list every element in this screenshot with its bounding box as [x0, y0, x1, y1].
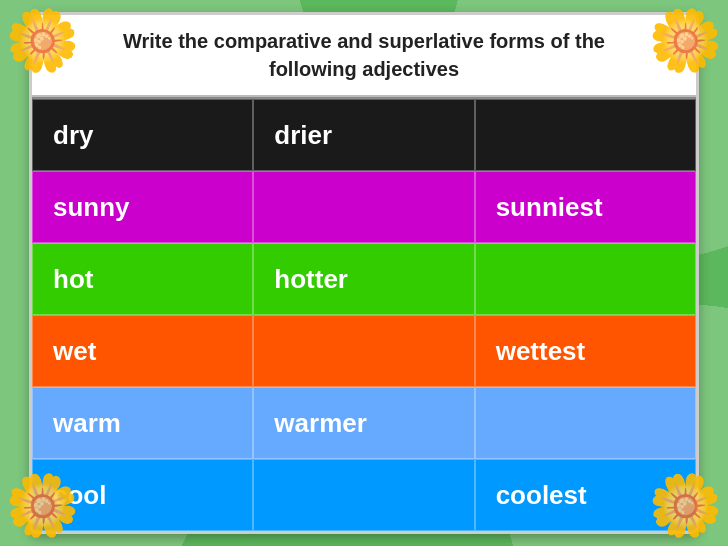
- row-wet-adjective: wet: [32, 315, 253, 387]
- title-text: Write the comparative and superlative fo…: [52, 27, 676, 83]
- row-wet-superlative: wettest: [475, 315, 696, 387]
- flower-decoration-tr: 🌼: [648, 5, 723, 76]
- row-wet-comparative: [253, 315, 474, 387]
- flower-decoration-bl: 🌼: [5, 470, 80, 541]
- row-cool-comparative: [253, 459, 474, 531]
- row-hot-superlative: [475, 243, 696, 315]
- row-sunny-superlative: sunniest: [475, 171, 696, 243]
- row-warm-comparative: warmer: [253, 387, 474, 459]
- title-line1: Write the comparative and superlative fo…: [123, 30, 605, 52]
- row-dry-superlative: [475, 99, 696, 171]
- row-hot-comparative: hotter: [253, 243, 474, 315]
- row-dry-adjective: dry: [32, 99, 253, 171]
- row-warm-adjective: warm: [32, 387, 253, 459]
- row-warm-superlative: [475, 387, 696, 459]
- row-dry-comparative: drier: [253, 99, 474, 171]
- flower-decoration-br: 🌼: [648, 470, 723, 541]
- adjectives-grid: dry drier sunny sunniest hot hotter: [32, 97, 696, 531]
- row-hot-adjective: hot: [32, 243, 253, 315]
- row-sunny-comparative: [253, 171, 474, 243]
- main-container: Write the comparative and superlative fo…: [29, 12, 699, 534]
- flower-decoration-tl: 🌼: [5, 5, 80, 76]
- title-line2: following adjectives: [269, 58, 459, 80]
- title-box: Write the comparative and superlative fo…: [32, 15, 696, 97]
- row-sunny-adjective: sunny: [32, 171, 253, 243]
